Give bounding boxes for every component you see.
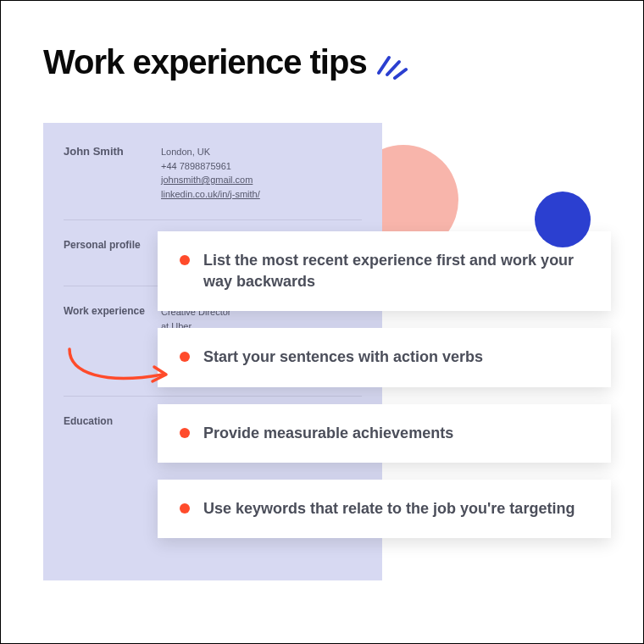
resume-section-personal: Personal profile xyxy=(64,239,161,267)
tip-card: Start your sentences with action verbs xyxy=(158,328,611,386)
tip-text: Use keywords that relate to the job you'… xyxy=(203,498,575,519)
tip-text: Provide measurable achievements xyxy=(203,423,453,444)
resume-location: London, UK xyxy=(161,145,362,159)
bullet-icon xyxy=(180,352,190,362)
page-title: Work experience tips xyxy=(43,43,367,81)
tip-text: List the most recent experience first an… xyxy=(203,250,589,292)
bullet-icon xyxy=(180,428,190,438)
resume-email: johnsmith@gmail.com xyxy=(161,173,362,187)
resume-linkedin: linkedin.co.uk/in/j-smith/ xyxy=(161,187,362,202)
tips-list: List the most recent experience first an… xyxy=(158,231,611,538)
tip-card: Use keywords that relate to the job you'… xyxy=(158,480,611,538)
decorative-blue-circle xyxy=(535,192,591,247)
bullet-icon xyxy=(180,503,190,514)
arrow-icon xyxy=(63,344,173,395)
tip-text: Start your sentences with action verbs xyxy=(203,347,483,368)
tip-card: Provide measurable achievements xyxy=(158,404,611,463)
resume-name: John Smith xyxy=(64,145,161,201)
spark-icon xyxy=(374,46,408,80)
resume-phone: +44 7898875961 xyxy=(161,159,362,174)
tip-card: List the most recent experience first an… xyxy=(158,231,611,311)
bullet-icon xyxy=(180,255,190,265)
resume-section-education: Education xyxy=(64,415,161,480)
